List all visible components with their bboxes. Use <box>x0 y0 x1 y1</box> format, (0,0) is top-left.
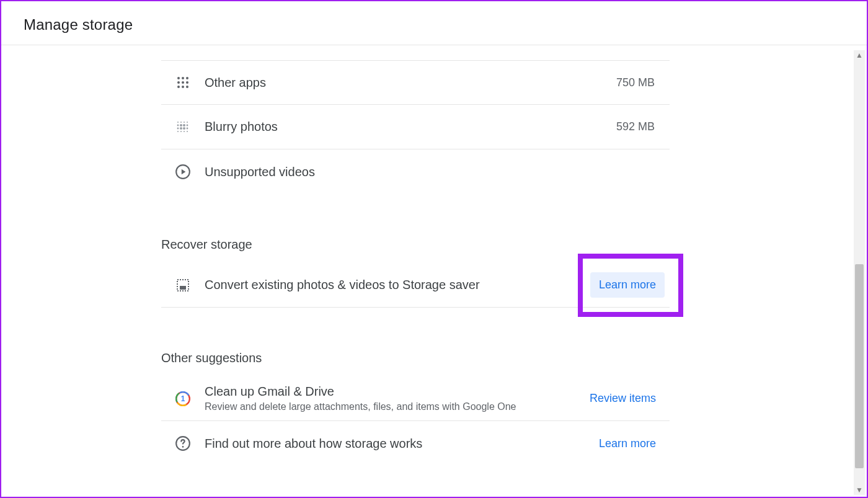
svg-point-6 <box>177 86 180 88</box>
svg-point-24 <box>187 131 188 132</box>
scroll-up-arrow[interactable]: ▲ <box>856 50 863 60</box>
row-label: Unsupported videos <box>205 165 670 179</box>
play-circle-icon <box>161 164 205 180</box>
row-label: Other apps <box>205 76 616 90</box>
svg-point-3 <box>177 81 180 84</box>
help-circle-icon <box>161 435 205 451</box>
suggestion-howworks-row: Find out more about how storage works Le… <box>161 421 670 466</box>
section-title-suggestions: Other suggestions <box>161 351 670 365</box>
svg-point-9 <box>177 122 179 123</box>
svg-point-22 <box>180 131 182 132</box>
svg-text:1: 1 <box>181 394 185 403</box>
svg-point-11 <box>184 122 185 123</box>
svg-point-34 <box>182 446 184 448</box>
svg-point-21 <box>177 131 179 132</box>
scroll-track[interactable] <box>854 60 865 485</box>
svg-point-16 <box>187 124 188 126</box>
svg-point-5 <box>186 81 188 84</box>
suggestion-cleanup-row: 1 Clean up Gmail & Drive Review and dele… <box>161 376 670 421</box>
svg-point-4 <box>182 81 184 84</box>
svg-point-10 <box>180 122 182 123</box>
scroll-thumb[interactable] <box>855 264 864 468</box>
scroll-down-arrow[interactable]: ▼ <box>856 485 863 495</box>
svg-point-12 <box>187 122 188 123</box>
svg-point-18 <box>180 127 182 130</box>
recover-convert-row: Convert existing photos & videos to Stor… <box>161 263 670 308</box>
row-label: Blurry photos <box>205 120 616 134</box>
svg-rect-27 <box>180 286 186 290</box>
svg-point-15 <box>183 124 185 127</box>
review-items-button[interactable]: Review items <box>581 386 665 411</box>
svg-point-8 <box>186 86 188 88</box>
convert-label: Convert existing photos & videos to Stor… <box>205 278 590 292</box>
svg-point-13 <box>177 124 179 126</box>
storage-row-other-apps[interactable]: Other apps 750 MB <box>161 60 670 105</box>
photo-saver-icon <box>161 278 205 293</box>
blurry-icon <box>161 120 205 135</box>
learn-more-button[interactable]: Learn more <box>590 272 665 298</box>
google-one-icon: 1 <box>161 391 205 407</box>
svg-point-7 <box>182 86 184 88</box>
header: Manage storage <box>1 1 867 45</box>
vertical-scrollbar[interactable]: ▲ ▼ <box>854 50 865 495</box>
apps-icon <box>161 75 205 90</box>
cleanup-title: Clean up Gmail & Drive <box>205 385 581 399</box>
storage-row-unsupported-videos[interactable]: Unsupported videos <box>161 149 670 194</box>
learn-more-storage-button[interactable]: Learn more <box>590 431 665 456</box>
svg-point-19 <box>183 127 185 130</box>
cleanup-subtitle: Review and delete large attachments, fil… <box>205 401 581 412</box>
svg-point-2 <box>186 77 188 79</box>
svg-point-20 <box>187 127 188 129</box>
page-title: Manage storage <box>24 16 844 33</box>
svg-point-1 <box>182 77 184 79</box>
svg-point-17 <box>177 127 179 129</box>
svg-point-0 <box>177 77 180 79</box>
main-content: Other apps 750 MB Blurry photos 592 MB U… <box>161 45 670 466</box>
row-size: 750 MB <box>616 76 670 89</box>
storage-row-blurry-photos[interactable]: Blurry photos 592 MB <box>161 105 670 149</box>
howworks-title: Find out more about how storage works <box>205 437 590 451</box>
svg-point-23 <box>184 131 185 132</box>
row-size: 592 MB <box>616 120 670 133</box>
svg-point-14 <box>180 124 182 127</box>
section-title-recover: Recover storage <box>161 238 670 252</box>
